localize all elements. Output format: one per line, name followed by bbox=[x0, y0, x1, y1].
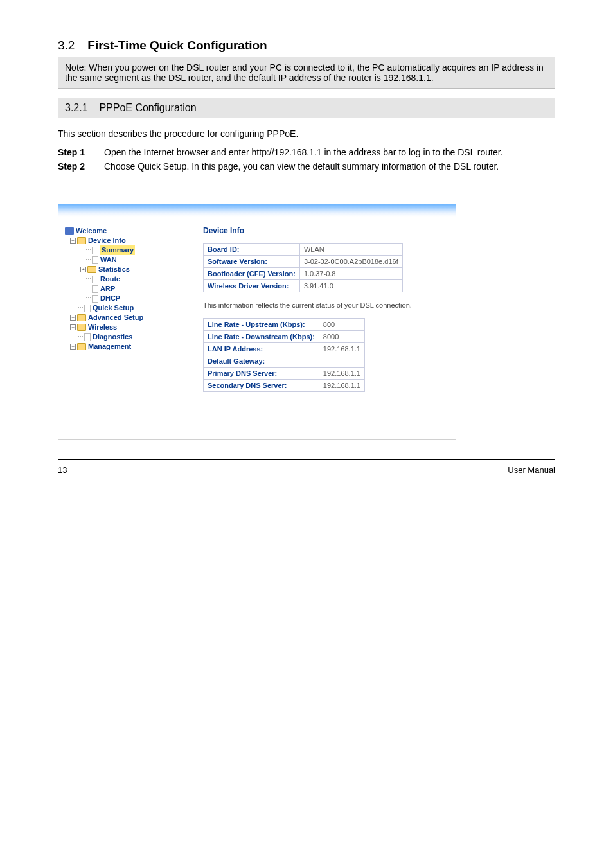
folder-icon bbox=[77, 324, 86, 331]
tree-dhcp[interactable]: ⋯ DHCP bbox=[65, 294, 184, 303]
tree-wan-label: WAN bbox=[100, 255, 117, 265]
gateway-value bbox=[319, 355, 364, 368]
tree-quick-setup[interactable]: ⋯ Quick Setup bbox=[65, 303, 184, 313]
wdrv-key: Wireless Driver Version: bbox=[204, 280, 300, 292]
tree-advanced-setup[interactable]: + Advanced Setup bbox=[65, 313, 184, 323]
bootloader-key: Bootloader (CFE) Version: bbox=[204, 268, 300, 280]
file-icon bbox=[84, 333, 91, 341]
router-ui-screenshot: Welcome − Device Info ⋯ Summary ⋯ WAN bbox=[58, 204, 456, 440]
tree-statistics[interactable]: + Statistics bbox=[65, 265, 184, 274]
file-icon bbox=[92, 295, 98, 303]
status-description: This information reflects the current st… bbox=[203, 301, 449, 309]
tree-line-icon: ⋯ bbox=[85, 274, 91, 284]
note-box: Note: When you power on the DSL router a… bbox=[58, 57, 555, 89]
table-row: Bootloader (CFE) Version: 1.0.37-0.8 bbox=[204, 268, 403, 280]
table-row: Software Version: 3-02-02-0C00.A2pB018e.… bbox=[204, 256, 403, 268]
sw-version-value: 3-02-02-0C00.A2pB018e.d16f bbox=[299, 256, 402, 268]
header-gradient bbox=[58, 204, 456, 217]
tree-arp[interactable]: ⋯ ARP bbox=[65, 284, 184, 294]
wdrv-value: 3.91.41.0 bbox=[299, 280, 402, 292]
lan-ip-key: LAN IP Address: bbox=[204, 343, 319, 355]
tree-wireless[interactable]: + Wireless bbox=[65, 323, 184, 332]
tree-diagnostics-label: Diagnostics bbox=[93, 332, 132, 342]
file-icon bbox=[92, 256, 98, 264]
folder-icon bbox=[77, 314, 86, 321]
board-id-value: WLAN bbox=[299, 244, 402, 256]
tree-quick-setup-label: Quick Setup bbox=[93, 303, 134, 313]
sdns-value: 192.168.1.1 bbox=[319, 380, 364, 392]
step-1-text: Open the Internet browser and enter http… bbox=[104, 147, 555, 157]
sdns-key: Secondary DNS Server: bbox=[204, 380, 319, 392]
downstream-key: Line Rate - Downstream (Kbps): bbox=[204, 331, 319, 343]
upstream-key: Line Rate - Upstream (Kbps): bbox=[204, 319, 319, 331]
intro-paragraph: This section describes the procedure for… bbox=[58, 127, 555, 141]
tree-line-icon: ⋯ bbox=[78, 332, 83, 342]
connection-status-table: Line Rate - Upstream (Kbps): 800 Line Ra… bbox=[203, 318, 365, 392]
tree-diagnostics[interactable]: ⋯ Diagnostics bbox=[65, 332, 184, 342]
folder-open-icon bbox=[77, 237, 86, 244]
file-icon bbox=[84, 305, 91, 312]
table-row: Primary DNS Server: 192.168.1.1 bbox=[204, 368, 365, 380]
subsection-heading-row: 3.2.1 PPPoE Configuration bbox=[58, 98, 555, 118]
tree-management-label: Management bbox=[88, 342, 131, 351]
upstream-value: 800 bbox=[319, 319, 364, 331]
pdns-key: Primary DNS Server: bbox=[204, 368, 319, 380]
step-1-label: Step 1 bbox=[58, 147, 104, 157]
table-row: Wireless Driver Version: 3.91.41.0 bbox=[204, 280, 403, 292]
subsection-title: PPPoE Configuration bbox=[99, 102, 196, 113]
table-row: LAN IP Address: 192.168.1.1 bbox=[204, 343, 365, 355]
board-id-key: Board ID: bbox=[204, 244, 300, 256]
device-info-table: Board ID: WLAN Software Version: 3-02-02… bbox=[203, 243, 403, 292]
file-icon bbox=[92, 285, 98, 293]
tree-arp-label: ARP bbox=[100, 284, 115, 294]
tree-route-label: Route bbox=[100, 274, 120, 284]
sw-version-key: Software Version: bbox=[204, 256, 300, 268]
lan-ip-value: 192.168.1.1 bbox=[319, 343, 364, 355]
tree-device-info-label: Device Info bbox=[88, 236, 126, 245]
tree-wireless-label: Wireless bbox=[88, 323, 117, 332]
step-1-row: Step 1 Open the Internet browser and ent… bbox=[58, 147, 555, 157]
section-heading-row: 3.2 First-Time Quick Configuration bbox=[58, 39, 555, 53]
footer-separator bbox=[58, 459, 555, 460]
document-page: 3.2 First-Time Quick Configuration Note:… bbox=[0, 0, 613, 500]
table-row: Line Rate - Downstream (Kbps): 8000 bbox=[204, 331, 365, 343]
folder-icon bbox=[77, 343, 86, 350]
table-row: Board ID: WLAN bbox=[204, 244, 403, 256]
footer-page-number: 13 bbox=[58, 465, 67, 475]
file-icon bbox=[92, 247, 98, 254]
pane-title: Device Info bbox=[203, 226, 449, 235]
plus-icon[interactable]: + bbox=[70, 324, 76, 330]
table-row: Secondary DNS Server: 192.168.1.1 bbox=[204, 380, 365, 392]
tree-welcome[interactable]: Welcome bbox=[65, 226, 184, 236]
folder-icon bbox=[87, 266, 96, 273]
tree-line-icon: ⋯ bbox=[85, 294, 91, 303]
section-title: First-Time Quick Configuration bbox=[87, 39, 267, 52]
router-ui-body: Welcome − Device Info ⋯ Summary ⋯ WAN bbox=[58, 217, 456, 439]
tree-statistics-label: Statistics bbox=[98, 265, 130, 274]
tree-wan[interactable]: ⋯ WAN bbox=[65, 255, 184, 265]
tree-welcome-label: Welcome bbox=[76, 226, 107, 236]
step-2-text: Choose Quick Setup. In this page, you ca… bbox=[104, 161, 555, 172]
step-2-label: Step 2 bbox=[58, 161, 104, 172]
table-row: Line Rate - Upstream (Kbps): 800 bbox=[204, 319, 365, 331]
tree-advanced-setup-label: Advanced Setup bbox=[88, 313, 143, 323]
tree-management[interactable]: + Management bbox=[65, 342, 184, 351]
nav-tree: Welcome − Device Info ⋯ Summary ⋯ WAN bbox=[65, 226, 184, 401]
tree-dhcp-label: DHCP bbox=[100, 294, 120, 303]
tree-route[interactable]: ⋯ Route bbox=[65, 274, 184, 284]
tree-device-info[interactable]: − Device Info bbox=[65, 236, 184, 245]
section-number: 3.2 bbox=[58, 39, 75, 52]
tree-line-icon: ⋯ bbox=[85, 255, 91, 265]
plus-icon[interactable]: + bbox=[70, 344, 76, 350]
downstream-value: 8000 bbox=[319, 331, 364, 343]
tree-line-icon: ⋯ bbox=[78, 303, 83, 313]
plus-icon[interactable]: + bbox=[80, 267, 86, 272]
tree-summary-label: Summary bbox=[100, 245, 135, 255]
subsection-number: 3.2.1 bbox=[65, 102, 88, 113]
tree-line-icon: ⋯ bbox=[85, 284, 91, 294]
step-2-row: Step 2 Choose Quick Setup. In this page,… bbox=[58, 161, 555, 172]
plus-icon[interactable]: + bbox=[70, 315, 76, 321]
tree-summary[interactable]: ⋯ Summary bbox=[65, 245, 184, 255]
minus-icon[interactable]: − bbox=[70, 238, 76, 244]
bootloader-value: 1.0.37-0.8 bbox=[299, 268, 402, 280]
